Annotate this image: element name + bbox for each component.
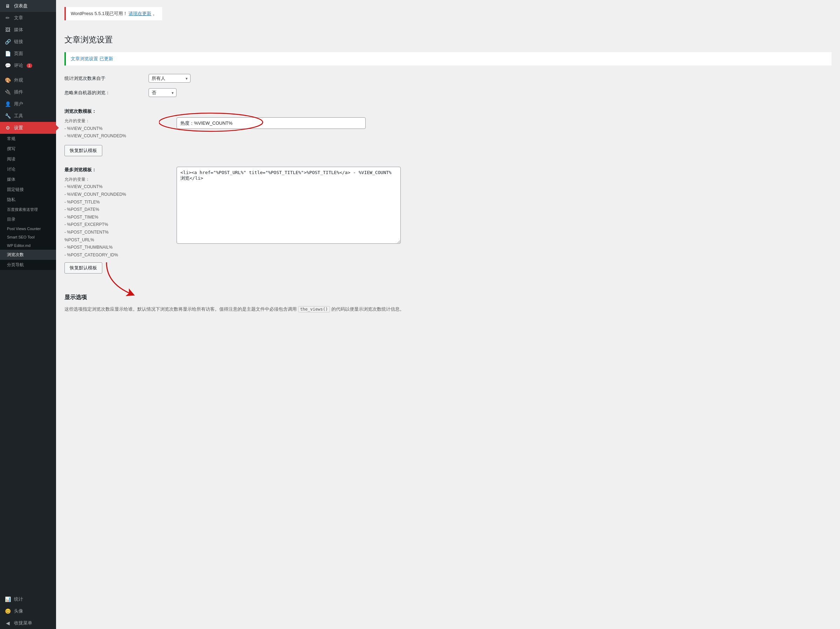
sub-baidu[interactable]: 百度搜索推送管理	[0, 205, 56, 214]
sidebar-label-dashboard: 仪表盘	[14, 3, 28, 9]
sub-reading[interactable]: 阅读	[0, 154, 56, 164]
view-template-input[interactable]	[177, 117, 366, 129]
sidebar-item-comments[interactable]: 💬 评论 1	[0, 60, 56, 71]
sidebar-label-plugins: 插件	[14, 89, 23, 95]
main-content: WordPress 5.5.1现已可用！ 请现在更新 。 文章浏览设置 文章浏览…	[56, 0, 840, 629]
annotation-wrapper	[177, 117, 366, 129]
media-icon: 🖼	[4, 27, 11, 33]
sub-pagination[interactable]: 分页导航	[0, 260, 56, 270]
sub-post-views[interactable]: Post Views Counter	[0, 224, 56, 233]
sidebar-label-stats: 统计	[14, 596, 23, 602]
appearance-icon: 🎨	[4, 77, 11, 83]
sidebar-label-tools: 工具	[14, 113, 23, 119]
count-from-select[interactable]: 所有人 登录用户 游客	[148, 74, 191, 83]
most-viewed-right: <li><a href="%POST_URL%" title="%POST_TI…	[177, 167, 832, 245]
most-viewed-template-textarea[interactable]: <li><a href="%POST_URL%" title="%POST_TI…	[177, 167, 401, 244]
sidebar-arrow	[56, 125, 59, 131]
sidebar-label-posts: 文章	[14, 15, 23, 21]
sub-writing[interactable]: 撰写	[0, 144, 56, 154]
most-viewed-left: 最多浏览模板： 允许的变量： - %VIEW_COUNT% - %VIEW_CO…	[65, 167, 163, 259]
success-message: 文章浏览设置 已更新	[71, 56, 113, 61]
sidebar-label-pages: 页面	[14, 50, 23, 57]
sidebar-item-links[interactable]: 🔗 链接	[0, 36, 56, 47]
display-options-title: 显示选项	[65, 294, 832, 301]
sub-smart-seo[interactable]: Smart SEO Tool	[0, 233, 56, 241]
count-from-label: 统计浏览次数来自于	[65, 75, 148, 82]
most-viewed-title: 最多浏览模板：	[65, 167, 163, 173]
update-link[interactable]: 请现在更新	[129, 11, 151, 16]
sub-wp-editor[interactable]: WP Editor.md	[0, 241, 56, 250]
stats-icon: 📊	[4, 596, 11, 602]
sidebar-item-stats[interactable]: 📊 统计	[0, 593, 56, 605]
sidebar-label-media: 媒体	[14, 27, 23, 33]
sub-discussion[interactable]: 讨论	[0, 164, 56, 174]
plugins-icon: 🔌	[4, 89, 11, 95]
sidebar-label-comments: 评论	[14, 62, 23, 69]
settings-icon: ⚙	[4, 125, 11, 131]
page-title: 文章浏览设置	[65, 34, 832, 45]
posts-icon: ✏	[4, 15, 11, 20]
avatar-icon: 😊	[4, 609, 11, 614]
sidebar-label-links: 链接	[14, 38, 23, 45]
restore-default-button-1[interactable]: 恢复默认模板	[65, 145, 102, 156]
comments-icon: 💬	[4, 63, 11, 68]
notice-suffix: 。	[153, 11, 157, 16]
notice-bar: WordPress 5.5.1现已可用！ 请现在更新 。	[65, 7, 162, 20]
count-from-control: 所有人 登录用户 游客	[148, 74, 832, 83]
sidebar-label-collapse: 收拢菜单	[14, 620, 32, 626]
sidebar-item-avatar[interactable]: 😊 头像	[0, 605, 56, 617]
update-notice: WordPress 5.5.1现已可用！ 请现在更新 。	[65, 7, 832, 27]
code-snippet: the_views()	[298, 306, 330, 312]
sidebar: 🖥 仪表盘 ✏ 文章 🖼 媒体 🔗 链接 📄 页面 💬 评论 1 🎨 外观 🔌 …	[0, 0, 56, 629]
view-template-right	[177, 117, 832, 129]
comments-badge: 1	[27, 63, 32, 68]
view-template-row: 允许的变量： - %VIEW_COUNT% - %VIEW_COUNT_ROUN…	[65, 117, 832, 140]
sidebar-label-appearance: 外观	[14, 77, 23, 84]
sub-directory[interactable]: 目录	[0, 214, 56, 224]
ignore-bots-control: 否 是	[148, 88, 832, 97]
content-area: WordPress 5.5.1现已可用！ 请现在更新 。 文章浏览设置 文章浏览…	[56, 0, 840, 629]
ignore-bots-label: 忽略来自机器的浏览：	[65, 90, 148, 96]
sub-views[interactable]: 浏览次数	[0, 250, 56, 260]
view-template-section-title: 浏览次数模板：	[65, 108, 832, 115]
ignore-bots-row: 忽略来自机器的浏览： 否 是	[65, 88, 832, 97]
sidebar-item-pages[interactable]: 📄 页面	[0, 47, 56, 60]
sidebar-item-dashboard[interactable]: 🖥 仪表盘	[0, 0, 56, 12]
sidebar-item-posts[interactable]: ✏ 文章	[0, 12, 56, 24]
sidebar-label-avatar: 头像	[14, 608, 23, 614]
sidebar-item-settings[interactable]: ⚙ 设置	[0, 122, 56, 134]
sidebar-label-settings: 设置	[14, 125, 23, 131]
sidebar-item-collapse[interactable]: ◀ 收拢菜单	[0, 617, 56, 629]
restore-default-button-2[interactable]: 恢复默认模板	[65, 262, 102, 274]
count-from-row: 统计浏览次数来自于 所有人 登录用户 游客	[65, 74, 832, 83]
pages-icon: 📄	[4, 51, 11, 57]
sidebar-item-appearance[interactable]: 🎨 外观	[0, 74, 56, 86]
success-notice: 文章浏览设置 已更新	[65, 52, 832, 66]
ignore-bots-select[interactable]: 否 是	[148, 88, 177, 97]
sidebar-label-users: 用户	[14, 101, 23, 107]
settings-submenu: 常规 撰写 阅读 讨论 媒体 固定链接 隐私 百度搜索推送管理 目录 Post …	[0, 134, 56, 270]
collapse-icon: ◀	[4, 620, 11, 626]
display-options-section: 显示选项 这些选项指定浏览次数应显示给谁。默认情况下浏览次数将显示给所有访客。值…	[65, 294, 832, 313]
tools-icon: 🔧	[4, 113, 11, 119]
links-icon: 🔗	[4, 39, 11, 44]
view-template-left: 允许的变量： - %VIEW_COUNT% - %VIEW_COUNT_ROUN…	[65, 117, 163, 140]
sub-media[interactable]: 媒体	[0, 174, 56, 184]
sidebar-item-media[interactable]: 🖼 媒体	[0, 24, 56, 36]
allowed-vars-label: 允许的变量： - %VIEW_COUNT% - %VIEW_COUNT_ROUN…	[65, 117, 163, 140]
ignore-bots-select-wrapper: 否 是	[148, 88, 177, 97]
notice-text: WordPress 5.5.1现已可用！	[71, 11, 128, 16]
users-icon: 👤	[4, 101, 11, 107]
most-viewed-row: 最多浏览模板： 允许的变量： - %VIEW_COUNT% - %VIEW_CO…	[65, 167, 832, 259]
sidebar-item-plugins[interactable]: 🔌 插件	[0, 86, 56, 98]
dashboard-icon: 🖥	[4, 3, 11, 9]
sidebar-item-tools[interactable]: 🔧 工具	[0, 110, 56, 122]
sub-privacy[interactable]: 隐私	[0, 195, 56, 205]
sub-permalinks[interactable]: 固定链接	[0, 184, 56, 195]
sidebar-item-users[interactable]: 👤 用户	[0, 98, 56, 110]
most-viewed-vars: 允许的变量： - %VIEW_COUNT% - %VIEW_COUNT_ROUN…	[65, 176, 163, 259]
display-desc: 这些选项指定浏览次数应显示给谁。默认情况下浏览次数将显示给所有访客。值得注意的是…	[65, 306, 832, 313]
sub-general[interactable]: 常规	[0, 134, 56, 144]
count-from-select-wrapper: 所有人 登录用户 游客	[148, 74, 191, 83]
